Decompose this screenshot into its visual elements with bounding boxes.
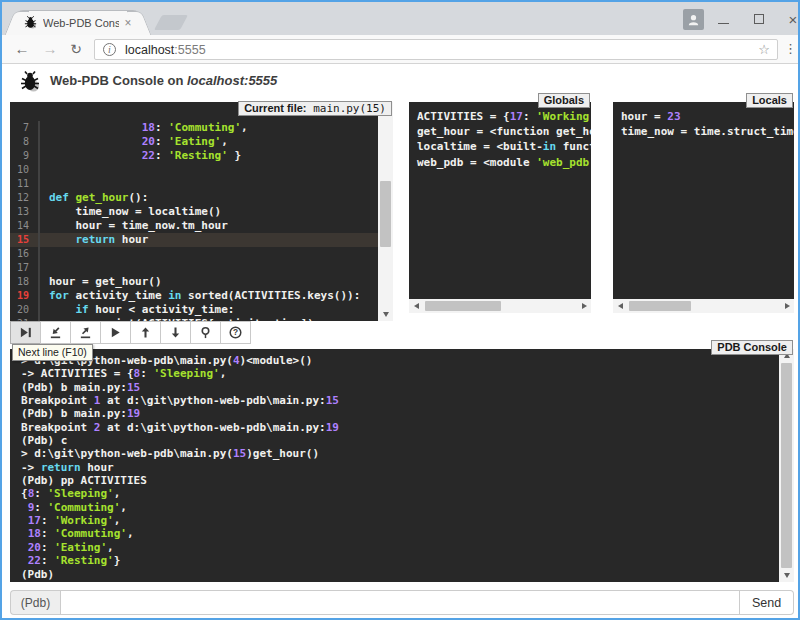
code-scroll-down-button[interactable] <box>378 308 393 321</box>
window-close-button[interactable]: × <box>778 8 800 30</box>
pdb-console-panel: PDB Console > d:\git\python-web-pdb\main… <box>10 349 794 582</box>
console-line: (Pdb) b main.py:15 <box>21 381 768 394</box>
line-number: 12 <box>10 191 40 205</box>
code-line: 7 18: 'Commuting', <box>10 121 378 135</box>
code-line: 15 return hour <box>10 233 378 247</box>
code-line: 12def get_hour(): <box>10 191 378 205</box>
window-close-icon: × <box>789 12 798 27</box>
code-line: 13 time_now = localtime() <box>10 205 378 219</box>
locals-scroll-right-button[interactable] <box>780 299 794 313</box>
bug-logo-icon <box>18 69 42 94</box>
tab-close-icon[interactable]: × <box>121 16 135 30</box>
next-line-icon <box>19 326 32 339</box>
browser-window: Web-PDB Console on lo × × ← → ↻ i localh… <box>0 0 800 620</box>
where-button[interactable] <box>190 321 221 344</box>
address-bar[interactable]: i localhost:5555 ☆ <box>94 39 778 60</box>
maximize-button[interactable] <box>744 8 774 30</box>
app-header: Web-PDB Console on localhost:5555 <box>2 64 798 100</box>
bug-favicon-icon <box>23 15 38 30</box>
arrow-down-icon <box>169 326 182 339</box>
browser-tab[interactable]: Web-PDB Console on lo × <box>16 10 140 35</box>
tab-title: Web-PDB Console on lo <box>43 17 119 31</box>
console-scroll-thumb[interactable] <box>781 363 792 568</box>
bookmark-star-icon[interactable]: ☆ <box>758 42 770 57</box>
globals-line: ACTIVITIES = {17: 'Working', 18: ' <box>417 109 583 124</box>
globals-line: get_hour = <function get_hour at 0 <box>417 124 583 139</box>
locals-view: hour = 23time_now = time.struct_time(tm_… <box>613 102 794 299</box>
locals-line: hour = 23 <box>621 109 786 124</box>
console-vertical-scrollbar[interactable] <box>779 349 794 582</box>
current-file-label-prefix: Current file: <box>244 102 306 114</box>
line-number: 7 <box>10 121 40 135</box>
console-line: 22: 'Resting'} <box>21 554 768 567</box>
line-number: 8 <box>10 135 40 149</box>
console-line: -> ACTIVITIES = {8: 'Sleeping', <box>21 367 768 380</box>
pdb-prompt-label: (Pdb) <box>10 590 60 615</box>
pdb-console-label: PDB Console <box>711 340 793 355</box>
reload-button[interactable]: ↻ <box>66 39 86 59</box>
line-number: 14 <box>10 219 40 233</box>
locals-panel: Locals hour = 23time_now = time.struct_t… <box>613 102 794 313</box>
globals-scroll-right-button[interactable] <box>577 299 591 313</box>
browser-toolbar: ← → ↻ i localhost:5555 ☆ ⋮ <box>2 35 798 64</box>
console-scroll-down-button[interactable] <box>779 569 794 582</box>
url-text: localhost:5555 <box>125 43 206 57</box>
globals-horizontal-scrollbar[interactable] <box>409 299 591 313</box>
locals-scroll-left-button[interactable] <box>613 299 627 313</box>
help-icon: ? <box>229 326 242 339</box>
globals-scroll-thumb[interactable] <box>425 301 501 311</box>
locals-scroll-thumb[interactable] <box>629 301 691 311</box>
help-button[interactable]: ? <box>220 321 251 344</box>
globals-scroll-left-button[interactable] <box>409 299 423 313</box>
current-file-panel: Current file: main.py(15) 7 18: 'Commuti… <box>10 102 393 321</box>
command-input-group: (Pdb) Send <box>10 590 794 615</box>
minimize-button[interactable] <box>708 8 738 30</box>
line-number-breakpoint: 15 <box>10 233 40 247</box>
line-number: 17 <box>10 261 40 275</box>
line-number: 20 <box>10 303 40 317</box>
new-tab-button[interactable] <box>154 15 188 30</box>
line-number: 11 <box>10 177 40 191</box>
console-line: Breakpoint 2 at d:\git\python-web-pdb\ma… <box>21 421 768 434</box>
globals-view: ACTIVITIES = {17: 'Working', 18: 'get_ho… <box>409 102 591 299</box>
console-line: (Pdb) b main.py:19 <box>21 407 768 420</box>
console-line: Breakpoint 1 at d:\git\python-web-pdb\ma… <box>21 394 768 407</box>
code-scroll-thumb[interactable] <box>380 181 391 247</box>
console-line: 20: 'Eating', <box>21 541 768 554</box>
command-input[interactable] <box>60 590 740 615</box>
frame-up-button[interactable] <box>130 321 161 344</box>
person-icon <box>686 12 701 27</box>
send-button[interactable]: Send <box>740 590 794 615</box>
continue-button[interactable] <box>100 321 131 344</box>
globals-panel: Globals ACTIVITIES = {17: 'Working', 18:… <box>409 102 591 313</box>
step-into-button[interactable] <box>40 321 71 344</box>
code-line: 17 <box>10 261 378 275</box>
code-line: 16 <box>10 247 378 261</box>
back-button[interactable]: ← <box>12 39 32 59</box>
console-line: 9: 'Commuting', <box>21 501 768 514</box>
line-number: 16 <box>10 247 40 261</box>
chrome-menu-icon[interactable]: ⋮ <box>784 41 797 56</box>
console-line: > d:\git\python-web-pdb\main.py(4)<modul… <box>21 354 768 367</box>
code-line: 14 hour = time_now.tm_hour <box>10 219 378 233</box>
line-number: 18 <box>10 275 40 289</box>
code-vertical-scrollbar[interactable] <box>378 102 393 321</box>
console-line: 17: 'Working', <box>21 514 768 527</box>
code-line: 8 20: 'Eating', <box>10 135 378 149</box>
globals-line: localtime = <built-in function loc <box>417 139 583 154</box>
frame-down-button[interactable] <box>160 321 191 344</box>
locals-horizontal-scrollbar[interactable] <box>613 299 794 313</box>
globals-label: Globals <box>538 93 590 108</box>
info-icon[interactable]: i <box>103 43 116 56</box>
return-button[interactable] <box>70 321 101 344</box>
profile-button[interactable] <box>683 9 704 30</box>
tab-strip: Web-PDB Console on lo × × <box>2 2 798 35</box>
location-pin-icon <box>199 326 212 339</box>
code-line: 20 if hour < activity_time: <box>10 303 378 317</box>
forward-button[interactable]: → <box>40 39 60 59</box>
locals-line: time_now = time.struct_time(tm_yea <box>621 124 786 139</box>
page-title-host: localhost:5555 <box>187 73 277 88</box>
console-line: (Pdb) <box>21 568 768 581</box>
next-line-button[interactable] <box>10 321 41 344</box>
console-line: 18: 'Commuting', <box>21 527 768 540</box>
